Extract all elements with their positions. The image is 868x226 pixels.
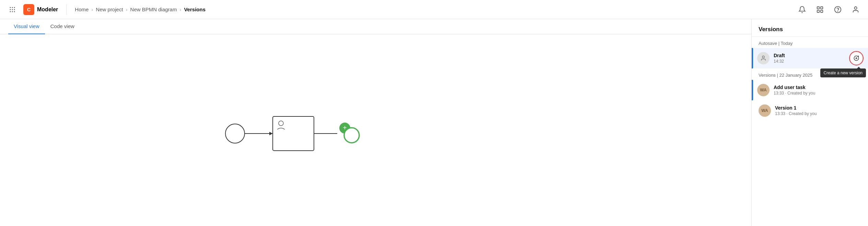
top-nav: C Modeler Home › New project › New BPMN … <box>0 0 868 19</box>
versions-sidebar: Versions Autosave | Today Draft 14:32 <box>751 19 868 226</box>
svg-rect-11 <box>817 10 819 12</box>
add-user-task-name: Add user task <box>774 85 863 90</box>
draft-name: Draft <box>774 53 846 58</box>
user-avatar-icon[interactable] <box>850 4 861 15</box>
tab-visual-view[interactable]: Visual view <box>8 19 45 34</box>
nav-icons <box>797 4 861 15</box>
create-version-button[interactable] <box>850 52 863 64</box>
version-item-draft[interactable]: Draft 14:32 Create a new version <box>752 48 868 68</box>
svg-point-6 <box>10 11 11 12</box>
svg-rect-19 <box>273 116 314 151</box>
add-user-task-avatar: WA <box>757 84 770 96</box>
svg-rect-10 <box>821 7 823 9</box>
breadcrumb: Home › New project › New BPMN diagram › … <box>75 7 206 12</box>
svg-point-2 <box>14 7 15 8</box>
autosave-label: Autosave | Today <box>752 37 868 48</box>
create-version-container: Create a new version <box>850 52 863 64</box>
draft-avatar <box>757 52 770 64</box>
svg-point-16 <box>225 124 245 143</box>
svg-point-5 <box>14 9 15 10</box>
version-indicator-1 <box>752 80 753 100</box>
main-panel: Visual view Code view <box>0 19 751 226</box>
create-version-tooltip: Create a new version <box>820 68 866 77</box>
version-item-version-1[interactable]: WA Version 1 13:33 · Created by you <box>752 100 868 121</box>
bpmn-diagram-svg: + <box>0 34 751 226</box>
sidebar-title: Versions <box>752 19 868 37</box>
svg-point-24 <box>344 128 359 143</box>
logo-box: C <box>23 4 34 15</box>
add-user-task-info: Add user task 13:33 · Created by you <box>774 85 863 96</box>
app-logo[interactable]: C Modeler <box>23 4 58 15</box>
app-name: Modeler <box>37 7 58 13</box>
svg-rect-12 <box>821 10 823 12</box>
version-1-name: Version 1 <box>775 105 863 111</box>
svg-point-7 <box>12 11 13 12</box>
version-1-time: 13:33 · Created by you <box>775 111 863 116</box>
tab-code-view[interactable]: Code view <box>45 19 80 34</box>
draft-time: 14:32 <box>774 59 846 64</box>
version-1-info: Version 1 13:33 · Created by you <box>775 105 863 116</box>
version-1-avatar: WA <box>759 104 771 117</box>
breadcrumb-sep-3: › <box>179 7 181 12</box>
svg-point-15 <box>854 7 857 9</box>
tabs-bar: Visual view Code view <box>0 19 751 34</box>
breadcrumb-current: Versions <box>184 7 206 12</box>
nav-divider <box>66 4 67 15</box>
svg-point-29 <box>858 56 859 56</box>
notifications-icon[interactable] <box>797 4 808 15</box>
svg-point-1 <box>12 7 13 8</box>
breadcrumb-sep-2: › <box>126 7 128 12</box>
organization-icon[interactable] <box>814 4 825 15</box>
breadcrumb-diagram[interactable]: New BPMN diagram <box>130 7 177 12</box>
breadcrumb-sep-1: › <box>91 7 93 12</box>
svg-point-8 <box>14 11 15 12</box>
diagram-canvas: + <box>0 34 751 226</box>
svg-point-3 <box>10 9 11 10</box>
grid-menu-icon[interactable] <box>7 4 18 15</box>
content-area: Visual view Code view <box>0 19 868 226</box>
svg-marker-18 <box>269 132 273 135</box>
svg-rect-9 <box>817 7 819 9</box>
breadcrumb-home[interactable]: Home <box>75 7 89 12</box>
svg-point-4 <box>12 9 13 10</box>
draft-info: Draft 14:32 <box>774 53 846 64</box>
svg-point-0 <box>10 7 11 8</box>
add-user-task-time: 13:33 · Created by you <box>774 91 863 96</box>
version-item-add-user-task[interactable]: WA Add user task 13:33 · Created by you <box>752 80 868 100</box>
svg-point-25 <box>762 56 764 58</box>
breadcrumb-project[interactable]: New project <box>96 7 123 12</box>
help-icon[interactable] <box>832 4 843 15</box>
active-indicator <box>752 48 753 68</box>
